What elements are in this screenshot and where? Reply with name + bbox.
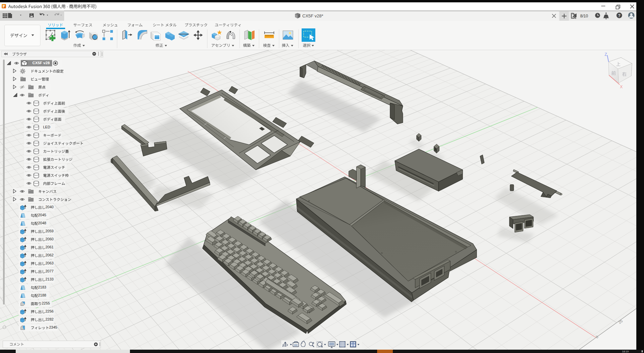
svg-text:X: X [620, 85, 623, 89]
svg-text:?: ? [618, 13, 620, 18]
svg-text:Z: Z [605, 52, 607, 57]
